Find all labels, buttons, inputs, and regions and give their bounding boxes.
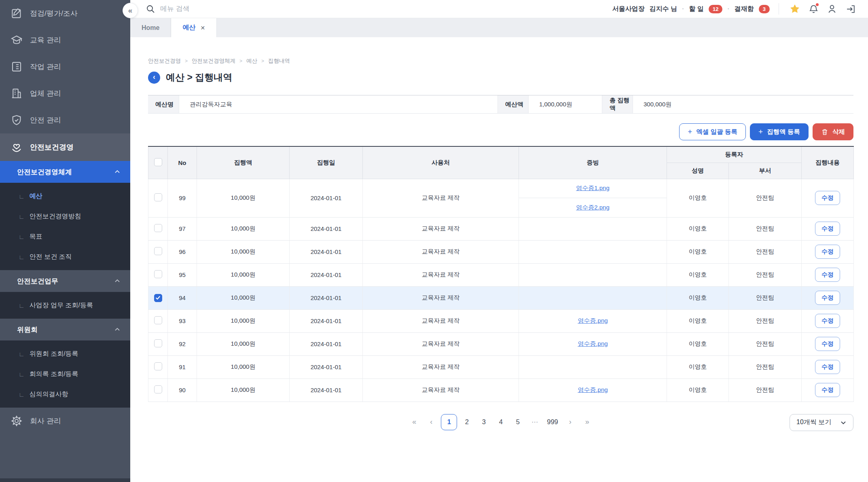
next-page-button[interactable]: ›	[563, 414, 578, 430]
menu-search-input[interactable]	[160, 5, 330, 13]
sidebar-item-education[interactable]: 교육 관리	[0, 27, 130, 53]
sidebar-item-company-mgmt[interactable]: 회사 관리	[0, 408, 130, 434]
sidebar-section-safety-health-tasks[interactable]: 안전보건업무	[0, 270, 130, 292]
cell-no: 90	[168, 378, 197, 402]
page-button-active[interactable]: 1	[441, 414, 457, 430]
sidebar-section-committee[interactable]: 위원회	[0, 319, 130, 340]
close-icon[interactable]: ✕	[200, 25, 205, 31]
edit-button[interactable]: 수정	[815, 314, 840, 328]
topbar-right: 서울사업장 김지수 님 · 할 일 12 · 결재함 3	[612, 2, 868, 16]
sidebar-item-label: 업체 관리	[30, 89, 61, 98]
edit-button[interactable]: 수정	[815, 222, 840, 236]
edit-button[interactable]: 수정	[815, 383, 840, 397]
back-button[interactable]: ‹	[148, 72, 160, 84]
last-page-number-button[interactable]: 999	[544, 414, 561, 430]
row-checkbox[interactable]	[154, 193, 162, 201]
row-checkbox[interactable]	[154, 247, 162, 255]
row-checkbox[interactable]	[154, 316, 162, 324]
breadcrumb-item[interactable]: 안전보건경영	[148, 57, 181, 65]
edit-button[interactable]: 수정	[815, 191, 840, 205]
select-all-checkbox[interactable]	[154, 158, 162, 166]
sidebar-item-organization[interactable]: ∟ 안전 보건 조직	[0, 247, 130, 267]
sidebar-item-safety-health-mgmt[interactable]: 안전보건경영	[0, 133, 130, 161]
receipt-link[interactable]: 영수증.png	[578, 340, 608, 347]
row-checkbox[interactable]	[154, 362, 162, 370]
edit-button[interactable]: 수정	[815, 360, 840, 374]
tree-branch-icon: ∟	[19, 371, 25, 378]
sidebar-collapse-button[interactable]: «	[123, 3, 138, 18]
excel-bulk-register-button[interactable]: + 엑셀 일괄 등록	[679, 123, 746, 140]
cell-amount: 10,000원	[197, 355, 290, 378]
sidebar-item-work[interactable]: 작업 관리	[0, 53, 130, 80]
sidebar-item-vendor[interactable]: 업체 관리	[0, 80, 130, 107]
edit-button[interactable]: 수정	[815, 337, 840, 351]
breadcrumb-item[interactable]: 안전보건경영체계	[192, 57, 235, 65]
receipt-link[interactable]: 영수증.png	[578, 386, 608, 393]
tree-branch-icon: ∟	[19, 254, 25, 260]
sidebar-item-resolutions[interactable]: ∟ 심의의결사항	[0, 384, 130, 404]
tree-branch-icon: ∟	[19, 391, 25, 398]
sidebar-item-policy[interactable]: ∟ 안전보건경영방침	[0, 206, 130, 226]
cell-date: 2024-01-01	[290, 332, 363, 355]
button-label: 엑셀 일괄 등록	[696, 128, 737, 136]
tab-budget[interactable]: 예산 ✕	[171, 18, 217, 37]
edit-button[interactable]: 수정	[815, 268, 840, 282]
cell-usage: 교육자료 제작	[363, 179, 519, 217]
row-checkbox[interactable]	[154, 224, 162, 232]
table-row: 93 10,000원 2024-01-01 교육자료 제작 영수증.png 이영…	[148, 309, 854, 332]
delete-button[interactable]: 삭제	[813, 123, 853, 140]
breadcrumb-item[interactable]: 예산	[246, 57, 257, 65]
sidebar-item-workplace-tasks[interactable]: ∟ 사업장 업무 조회/등록	[0, 295, 130, 315]
last-page-button[interactable]: »	[580, 414, 595, 430]
page-button[interactable]: 4	[493, 414, 508, 430]
logout-icon[interactable]	[844, 2, 857, 16]
breadcrumb-item[interactable]: 집행내역	[268, 57, 290, 65]
edit-button[interactable]: 수정	[815, 291, 840, 305]
approvals-count-badge[interactable]: 3	[759, 5, 770, 13]
sidebar-item-safety[interactable]: 안전 관리	[0, 107, 130, 133]
prev-page-button[interactable]: ‹	[424, 414, 438, 430]
heart-hand-icon	[11, 141, 23, 153]
page-size-select[interactable]: 10개씩 보기	[790, 414, 853, 431]
edit-button[interactable]: 수정	[815, 245, 840, 259]
receipt-link[interactable]: 영수증2.png	[576, 204, 610, 211]
cell-name: 이영호	[667, 217, 729, 240]
cell-name: 이영호	[667, 355, 729, 378]
tab-home[interactable]: Home	[130, 18, 171, 37]
tab-strip: Home 예산 ✕	[130, 18, 868, 37]
row-checkbox[interactable]	[154, 339, 162, 347]
total-spent-label: 총 집행액	[602, 95, 633, 113]
favorites-star-icon[interactable]	[788, 2, 802, 16]
notifications-bell-icon[interactable]	[807, 2, 820, 16]
register-expense-button[interactable]: + 집행액 등록	[750, 123, 809, 140]
gear-icon	[11, 415, 23, 427]
user-profile-icon[interactable]	[825, 2, 839, 16]
sidebar-item-inspection[interactable]: 점검/평가/조사	[0, 0, 130, 27]
sidebar-item-minutes-lookup[interactable]: ∟ 회의록 조회/등록	[0, 364, 130, 384]
col-header-registrant: 등록자	[667, 146, 802, 163]
first-page-button[interactable]: «	[407, 414, 421, 430]
page-size-value: 10개씩 보기	[796, 418, 831, 427]
submenu-management-system: ∟ 예산 ∟ 안전보건경영방침 ∟ 목표 ∟ 안전 보건 조직	[0, 183, 130, 270]
receipt-link[interactable]: 영수증1.png	[576, 184, 610, 192]
todo-link[interactable]: 할 일	[689, 5, 704, 13]
page-button[interactable]: 2	[459, 414, 474, 430]
cell-amount: 10,000원	[197, 179, 290, 217]
cell-receipt: 영수증.png	[519, 378, 667, 402]
todo-count-badge[interactable]: 12	[709, 5, 722, 13]
col-header-dept: 부서	[729, 163, 802, 179]
sidebar-item-goal[interactable]: ∟ 목표	[0, 226, 130, 247]
sidebar-item-committee-lookup[interactable]: ∟ 위원회 조회/등록	[0, 344, 130, 364]
page-button[interactable]: 5	[510, 414, 525, 430]
approvals-link[interactable]: 결재함	[735, 5, 754, 13]
receipt-link[interactable]: 영수증.png	[578, 317, 608, 324]
row-checkbox[interactable]	[154, 270, 162, 278]
row-checkbox[interactable]	[154, 385, 162, 393]
row-checkbox-checked[interactable]	[154, 294, 162, 302]
sidebar-item-budget[interactable]: ∟ 예산	[0, 186, 130, 206]
sidebar-section-label: 안전보건경영체계	[17, 167, 72, 177]
page-button[interactable]: 3	[476, 414, 491, 430]
cell-name: 이영호	[667, 332, 729, 355]
sidebar-item-label: 점검/평가/조사	[30, 8, 78, 18]
sidebar-section-management-system[interactable]: 안전보건경영체계	[0, 161, 130, 183]
